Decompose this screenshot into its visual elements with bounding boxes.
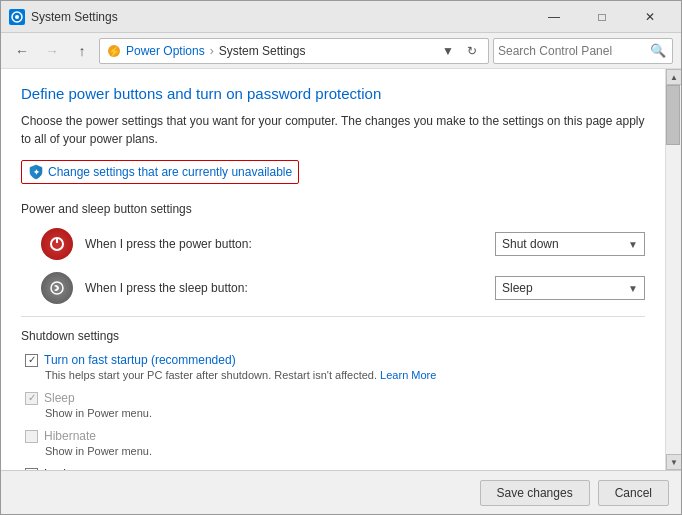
nav-bar: ← → ↑ ⚡ Power Options › System Settings … <box>1 33 681 69</box>
refresh-button[interactable]: ↻ <box>462 41 482 61</box>
fast-startup-subtext: This helps start your PC faster after sh… <box>25 369 645 381</box>
hibernate-sub1: Show in Power menu. <box>45 445 152 457</box>
sleep-label: Sleep <box>44 391 75 405</box>
minimize-button[interactable]: — <box>531 2 577 32</box>
scrollbar[interactable]: ▲ ▼ <box>665 69 681 470</box>
change-settings-text: Change settings that are currently unava… <box>48 165 292 179</box>
address-icon: ⚡ <box>106 43 122 59</box>
svg-text:✦: ✦ <box>33 168 40 177</box>
hibernate-checkbox[interactable] <box>25 430 38 443</box>
window-icon <box>9 9 25 25</box>
search-input[interactable] <box>498 44 648 58</box>
power-button-label: When I press the power button: <box>85 237 483 251</box>
save-changes-button[interactable]: Save changes <box>480 480 590 506</box>
search-box[interactable]: 🔍 <box>493 38 673 64</box>
window-title: System Settings <box>31 10 531 24</box>
fast-startup-learn-more[interactable]: Learn More <box>380 369 436 381</box>
shield-icon: ✦ <box>28 164 44 180</box>
sleep-icon <box>41 272 73 304</box>
scroll-track[interactable] <box>666 85 681 454</box>
scroll-thumb[interactable] <box>666 85 680 145</box>
page-title: Define power buttons and turn on passwor… <box>21 85 645 102</box>
power-button-section-header: Power and sleep button settings <box>21 202 645 218</box>
sleep-row: Sleep <box>25 391 645 405</box>
path-part1[interactable]: Power Options <box>126 44 205 58</box>
title-bar: System Settings — □ ✕ <box>1 1 681 33</box>
sleep-button-dropdown[interactable]: Sleep ▼ <box>495 276 645 300</box>
change-settings-link[interactable]: ✦ Change settings that are currently una… <box>21 160 299 184</box>
forward-button[interactable]: → <box>39 38 65 64</box>
shutdown-section-header: Shutdown settings <box>21 329 645 343</box>
maximize-button[interactable]: □ <box>579 2 625 32</box>
back-button[interactable]: ← <box>9 38 35 64</box>
up-button[interactable]: ↑ <box>69 38 95 64</box>
main-content: Define power buttons and turn on passwor… <box>1 69 665 470</box>
sleep-item: Sleep Show in Power menu. <box>21 391 645 419</box>
close-button[interactable]: ✕ <box>627 2 673 32</box>
power-button-row: When I press the power button: Shut down… <box>21 228 645 260</box>
scroll-down-button[interactable]: ▼ <box>666 454 681 470</box>
address-dropdown-button[interactable]: ▼ <box>438 41 458 61</box>
chevron-down-icon-2: ▼ <box>628 283 638 294</box>
fast-startup-item: Turn on fast startup (recommended) This … <box>21 353 645 381</box>
fast-startup-label: Turn on fast startup (recommended) <box>44 353 236 367</box>
hibernate-item: Hibernate Show in Power menu. <box>21 429 645 457</box>
search-button[interactable]: 🔍 <box>648 41 668 61</box>
sleep-button-row: When I press the sleep button: Sleep ▼ <box>21 272 645 304</box>
svg-rect-6 <box>56 238 58 243</box>
page-description: Choose the power settings that you want … <box>21 112 645 148</box>
system-settings-window: System Settings — □ ✕ ← → ↑ ⚡ Power Opti… <box>0 0 682 515</box>
address-path: Power Options › System Settings <box>126 44 434 58</box>
cancel-button[interactable]: Cancel <box>598 480 669 506</box>
sleep-checkbox[interactable] <box>25 392 38 405</box>
sleep-sub1: Show in Power menu. <box>45 407 152 419</box>
svg-point-1 <box>15 15 19 19</box>
fast-startup-checkbox[interactable] <box>25 354 38 367</box>
sleep-subtext: Show in Power menu. <box>25 407 645 419</box>
power-button-value: Shut down <box>502 237 559 251</box>
hibernate-subtext: Show in Power menu. <box>25 445 645 457</box>
footer: Save changes Cancel <box>1 470 681 514</box>
svg-text:⚡: ⚡ <box>108 45 121 58</box>
fast-startup-row: Turn on fast startup (recommended) <box>25 353 645 367</box>
sleep-button-value: Sleep <box>502 281 533 295</box>
hibernate-row: Hibernate <box>25 429 645 443</box>
path-separator: › <box>210 44 214 58</box>
chevron-down-icon: ▼ <box>628 239 638 250</box>
content-area: Define power buttons and turn on passwor… <box>1 69 681 470</box>
section-divider <box>21 316 645 317</box>
scroll-up-button[interactable]: ▲ <box>666 69 681 85</box>
path-part2: System Settings <box>219 44 306 58</box>
fast-startup-sub1: This helps start your PC faster after sh… <box>45 369 377 381</box>
window-controls: — □ ✕ <box>531 2 673 32</box>
power-button-dropdown[interactable]: Shut down ▼ <box>495 232 645 256</box>
power-icon <box>41 228 73 260</box>
sleep-button-label: When I press the sleep button: <box>85 281 483 295</box>
hibernate-label: Hibernate <box>44 429 96 443</box>
address-bar[interactable]: ⚡ Power Options › System Settings ▼ ↻ <box>99 38 489 64</box>
